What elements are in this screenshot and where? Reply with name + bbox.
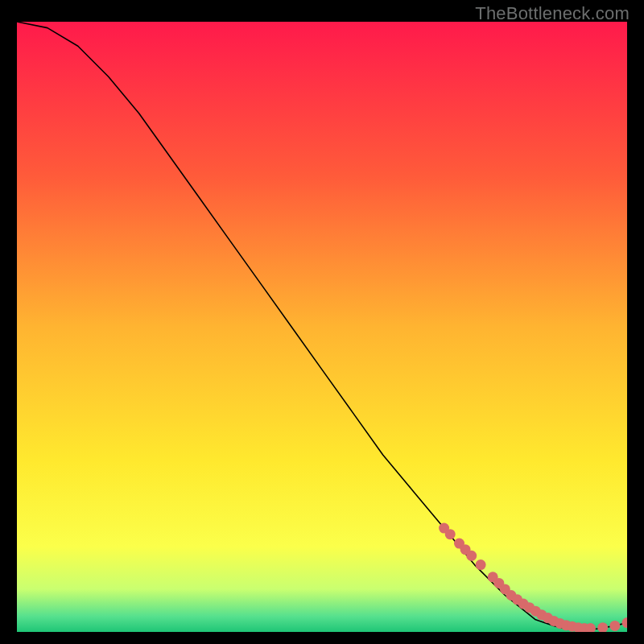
cluster-point — [609, 621, 620, 631]
chart-frame: TheBottleneck.com — [0, 0, 644, 644]
cluster-point — [445, 529, 456, 539]
cluster-point — [476, 559, 486, 570]
cluster-point — [466, 551, 477, 561]
chart-svg — [17, 22, 627, 632]
watermark-text: TheBottleneck.com — [475, 3, 630, 24]
plot-area — [17, 22, 627, 632]
gradient-background — [17, 22, 627, 632]
